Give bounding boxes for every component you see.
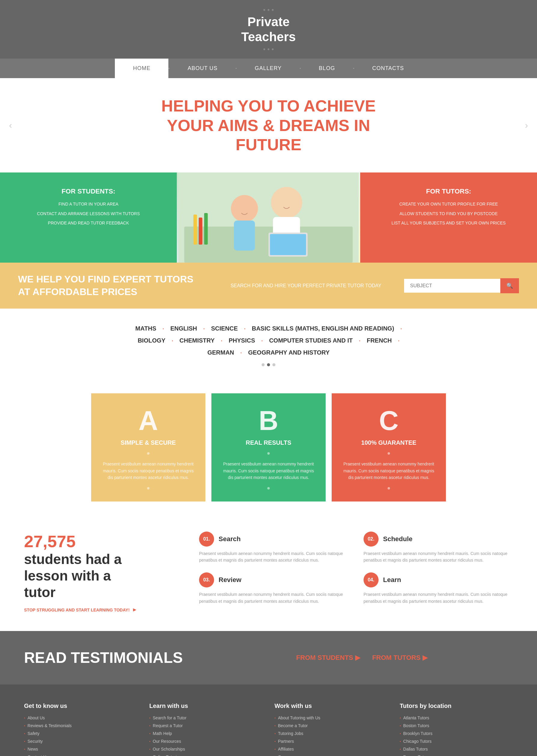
- card-text-c: Praesent vestibulum aenean nonummy hendr…: [341, 461, 437, 481]
- footer-link-safety[interactable]: •Safety: [24, 731, 138, 736]
- card-dot-b: [267, 452, 270, 455]
- hero-prev-arrow[interactable]: ‹: [9, 120, 12, 131]
- hero-section: ‹ HELPING YOU TO ACHIEVE YOUR AIMS & DRE…: [0, 78, 537, 172]
- footer-link-chicago[interactable]: •Chicago Tutors: [400, 739, 513, 744]
- nav-contacts[interactable]: CONTACTS: [354, 58, 422, 78]
- footer-link-denver[interactable]: •Denver Tutors: [400, 754, 513, 756]
- site-header: Private Teachers: [0, 0, 537, 58]
- footer-link-dallas[interactable]: •Dallas Tutors: [400, 747, 513, 751]
- footer-link-partners[interactable]: •Partners: [274, 739, 388, 744]
- from-students-link[interactable]: FROM STUDENTS ▶: [296, 654, 360, 662]
- footer: Get to know us •About Us •Reviews & Test…: [0, 685, 537, 756]
- subject-english[interactable]: ENGLISH: [170, 325, 197, 332]
- footer-link-online-tutoring[interactable]: •Online Tutoring: [149, 754, 263, 756]
- step-text-schedule: Praesent vestibulum aenean nonummy hendr…: [363, 550, 513, 564]
- footer-link-about-tutoring[interactable]: •About Tutoring with Us: [274, 715, 388, 720]
- search-button[interactable]: 🔍: [500, 278, 519, 293]
- footer-col-work: Work with us •About Tutoring with Us •Be…: [274, 702, 388, 756]
- header-dot: [264, 9, 265, 11]
- from-tutors-link[interactable]: FROM TUTORS ▶: [372, 654, 428, 662]
- testimonials-title: READ TESTIMONIALS: [24, 649, 284, 666]
- header-dot: [268, 48, 269, 50]
- footer-link-brooklyn[interactable]: •Brooklyn Tutors: [400, 731, 513, 736]
- card-title-b: REAL RESULTS: [221, 439, 316, 446]
- step-title-search: Search: [219, 535, 240, 543]
- subject-physics[interactable]: PHYSICS: [228, 337, 255, 344]
- footer-link-security[interactable]: •Security: [24, 739, 138, 744]
- students-title: FOR STUDENTS:: [12, 187, 165, 195]
- footer-link-news[interactable]: •News: [24, 747, 138, 751]
- card-text-a: Praesent vestibulum aenean nonummy hendr…: [100, 461, 196, 481]
- subject-science[interactable]: SCIENCE: [211, 325, 238, 332]
- footer-link-search-tutor[interactable]: •Search for a Tutor: [149, 715, 263, 720]
- footer-link-tutoring-jobs[interactable]: •Tutoring Jobs: [274, 731, 388, 736]
- testimonials-section: READ TESTIMONIALS FROM STUDENTS ▶ FROM T…: [0, 631, 537, 685]
- carousel-dot-3[interactable]: [272, 363, 275, 366]
- subject-biology[interactable]: BIOLOGY: [138, 337, 165, 344]
- footer-col-work-title: Work with us: [274, 702, 388, 709]
- bullet: •: [400, 740, 401, 743]
- stats-number: 27,575: [24, 532, 181, 551]
- stats-section: 27,575 students had a lesson with a tuto…: [0, 513, 537, 631]
- footer-link-scholarships[interactable]: •Our Scholarships: [149, 747, 263, 751]
- step-search: 01. Search Praesent vestibulum aenean no…: [199, 532, 349, 564]
- stats-steps: 01. Search Praesent vestibulum aenean no…: [199, 532, 513, 605]
- carousel-dot-1[interactable]: [262, 363, 265, 366]
- bullet: •: [274, 724, 276, 728]
- bullet: •: [274, 740, 276, 743]
- carousel-dot-2[interactable]: [267, 363, 270, 366]
- nav-gallery[interactable]: GALLERY: [237, 58, 300, 78]
- students-column: FOR STUDENTS: FIND A TUTOR IN YOUR AREA …: [0, 172, 177, 263]
- nav-about[interactable]: ABOUT US: [170, 58, 236, 78]
- subjects-line-1: MATHS • ENGLISH • SCIENCE • BASIC SKILLS…: [12, 323, 525, 333]
- nav-home[interactable]: HOME: [115, 58, 168, 78]
- bullet: •: [274, 748, 276, 751]
- hero-next-arrow[interactable]: ›: [525, 120, 528, 131]
- subject-german[interactable]: GERMAN: [207, 349, 234, 356]
- footer-link-resources[interactable]: •Our Resources: [149, 739, 263, 744]
- footer-col-learn: Learn with us •Search for a Tutor •Reque…: [149, 702, 263, 756]
- search-input[interactable]: [404, 279, 500, 293]
- header-dot: [272, 48, 273, 50]
- svg-rect-6: [234, 220, 255, 250]
- site-title: Private Teachers: [6, 15, 531, 45]
- subject-french[interactable]: FRENCH: [367, 337, 392, 344]
- search-heading-block: WE HELP YOU FIND EXPERT TUTORS AT AFFORD…: [18, 273, 213, 298]
- card-title-a: SIMPLE & SECURE: [100, 439, 196, 446]
- step-schedule: 02. Schedule Praesent vestibulum aenean …: [363, 532, 513, 564]
- hero-title: HELPING YOU TO ACHIEVE YOUR AIMS & DREAM…: [6, 96, 531, 154]
- subjects-line-3: GERMAN • GEOGRAPHY AND HISTORY: [12, 348, 525, 357]
- footer-link-atlanta[interactable]: •Atlanta Tutors: [400, 715, 513, 720]
- footer-col-learn-title: Learn with us: [149, 702, 263, 709]
- footer-link-boston[interactable]: •Boston Tutors: [400, 723, 513, 728]
- footer-link-affiliates[interactable]: •Affiliates: [274, 747, 388, 751]
- footer-col-about-title: Get to know us: [24, 702, 138, 709]
- subject-maths[interactable]: MATHS: [135, 325, 156, 332]
- bullet: •: [24, 748, 25, 751]
- subject-geography[interactable]: GEOGRAPHY AND HISTORY: [248, 349, 330, 356]
- subjects-section: MATHS • ENGLISH • SCIENCE • BASIC SKILLS…: [0, 309, 537, 381]
- footer-link-request-tutor[interactable]: •Request a Tutor: [149, 723, 263, 728]
- card-letter-a: A: [100, 405, 196, 436]
- tutors-column: FOR TUTORS: CREATE YOUR OWN TUTOR PROFIL…: [360, 172, 537, 263]
- subject-computer[interactable]: COMPUTER STUDIES AND IT: [269, 337, 353, 344]
- nav-blog[interactable]: BLOG: [301, 58, 353, 78]
- search-heading: WE HELP YOU FIND EXPERT TUTORS AT AFFORD…: [18, 273, 213, 298]
- footer-link-contact[interactable]: •Contact Us: [24, 754, 138, 756]
- bullet: •: [149, 724, 151, 728]
- search-input-block: 🔍: [404, 278, 519, 293]
- footer-link-math-help[interactable]: •Math Help: [149, 731, 263, 736]
- footer-link-careers[interactable]: •Careers: [274, 754, 388, 756]
- stats-cta[interactable]: STOP STRUGGLING AND START LEARNING TODAY…: [24, 607, 181, 613]
- students-item-3: PROVIDE AND READ TUTOR FEEDBACK: [12, 220, 165, 226]
- subject-basic-skills[interactable]: BASIC SKILLS (MATHS, ENGLISH AND READING…: [252, 325, 394, 332]
- subject-chemistry[interactable]: CHEMISTRY: [180, 337, 215, 344]
- bullet: •: [24, 716, 25, 720]
- card-title-c: 100% GUARANTEE: [341, 439, 437, 446]
- footer-link-become-tutor[interactable]: •Become a Tutor: [274, 723, 388, 728]
- footer-link-about-us[interactable]: •About Us: [24, 715, 138, 720]
- tutor-image-column: [177, 172, 360, 263]
- footer-link-reviews[interactable]: •Reviews & Testimonials: [24, 723, 138, 728]
- step-num-3: 03.: [199, 572, 214, 587]
- header-dot: [268, 9, 269, 11]
